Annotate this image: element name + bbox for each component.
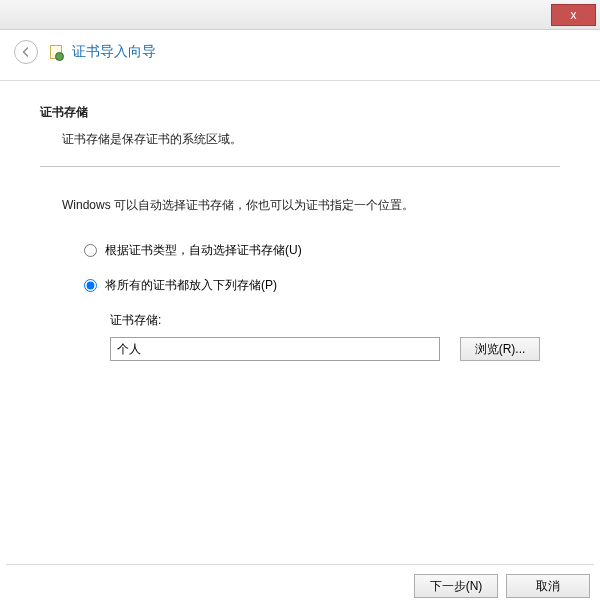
header-separator xyxy=(0,80,600,81)
footer: 下一步(N) 取消 xyxy=(6,564,594,598)
arrow-left-icon xyxy=(20,46,32,58)
certificate-icon xyxy=(48,44,64,60)
radio-place-all[interactable]: 将所有的证书都放入下列存储(P) xyxy=(84,277,560,294)
radio-auto-select[interactable]: 根据证书类型，自动选择证书存储(U) xyxy=(84,242,560,259)
close-button[interactable]: x xyxy=(551,4,596,26)
titlebar: x xyxy=(0,0,600,30)
store-block: 证书存储: 浏览(R)... xyxy=(110,312,560,361)
header-bar: 证书导入向导 xyxy=(0,30,600,80)
back-button[interactable] xyxy=(14,40,38,64)
radio-auto-input[interactable] xyxy=(84,244,97,257)
section-desc: 证书存储是保存证书的系统区域。 xyxy=(62,131,560,148)
next-button[interactable]: 下一步(N) xyxy=(414,574,498,598)
store-input[interactable] xyxy=(110,337,440,361)
info-text: Windows 可以自动选择证书存储，你也可以为证书指定一个位置。 xyxy=(62,197,560,214)
divider xyxy=(40,166,560,167)
radio-place-label: 将所有的证书都放入下列存储(P) xyxy=(105,277,277,294)
store-row: 浏览(R)... xyxy=(110,337,560,361)
section-title: 证书存储 xyxy=(40,104,560,121)
content-area: 证书存储 证书存储是保存证书的系统区域。 Windows 可以自动选择证书存储，… xyxy=(0,80,600,361)
wizard-title: 证书导入向导 xyxy=(72,43,156,61)
browse-button[interactable]: 浏览(R)... xyxy=(460,337,540,361)
radio-place-input[interactable] xyxy=(84,279,97,292)
store-label: 证书存储: xyxy=(110,312,560,329)
radio-auto-label: 根据证书类型，自动选择证书存储(U) xyxy=(105,242,302,259)
cancel-button[interactable]: 取消 xyxy=(506,574,590,598)
